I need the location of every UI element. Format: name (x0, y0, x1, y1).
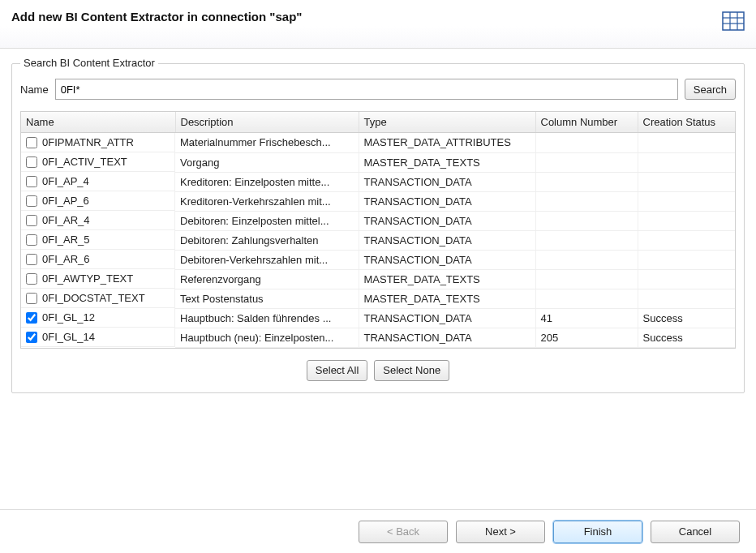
row-checkbox[interactable] (26, 273, 37, 285)
row-column-number (535, 133, 638, 153)
wizard-footer: < Back Next > Finish Cancel (0, 509, 756, 553)
table-row[interactable]: 0FIPMATNR_ATTRMaterialnummer Frischebesc… (21, 133, 735, 153)
row-description: Text Postenstatus (175, 289, 359, 308)
row-creation-status (638, 211, 735, 230)
row-creation-status: Success (638, 328, 735, 347)
row-creation-status (638, 230, 735, 250)
row-creation-status (638, 152, 735, 172)
row-name: 0FI_AR_6 (42, 253, 90, 265)
row-name: 0FI_AWTYP_TEXT (42, 272, 133, 285)
row-column-number (535, 211, 638, 230)
table-row[interactable]: 0FI_GL_12Hauptbuch: Salden führendes ...… (21, 308, 735, 328)
row-column-number (535, 172, 638, 191)
col-header-creation-status[interactable]: Creation Status (638, 112, 735, 133)
select-none-button[interactable]: Select None (374, 360, 449, 381)
row-checkbox[interactable] (26, 332, 37, 343)
table-icon (722, 10, 745, 32)
row-type: TRANSACTION_DATA (359, 191, 535, 211)
table-row[interactable]: 0FI_GL_14Hauptbuch (neu): Einzelposten..… (21, 328, 735, 347)
dialog-title: Add new BI Content Extractor in connecti… (11, 10, 302, 24)
svg-rect-0 (723, 12, 744, 30)
row-type: TRANSACTION_DATA (359, 308, 535, 328)
row-type: TRANSACTION_DATA (359, 230, 535, 250)
row-checkbox[interactable] (26, 195, 37, 207)
col-header-description[interactable]: Description (175, 112, 359, 133)
row-checkbox[interactable] (26, 156, 37, 168)
row-type: TRANSACTION_DATA (359, 211, 535, 230)
row-type: MASTER_DATA_ATTRIBUTES (359, 133, 535, 153)
row-column-number: 205 (535, 328, 638, 347)
table-row[interactable]: 0FI_DOCSTAT_TEXTText PostenstatusMASTER_… (21, 289, 735, 308)
row-column-number: 41 (535, 308, 638, 328)
col-header-type[interactable]: Type (359, 112, 535, 133)
row-checkbox[interactable] (26, 312, 37, 324)
row-name: 0FI_AR_4 (42, 214, 90, 226)
table-row[interactable]: 0FI_AR_6Debitoren-Verkehrszahlen mit...T… (21, 250, 735, 269)
table-row[interactable]: 0FI_AR_4Debitoren: Einzelposten mittel..… (21, 211, 735, 230)
row-column-number (535, 152, 638, 172)
select-all-button[interactable]: Select All (307, 360, 367, 381)
row-creation-status: Success (638, 308, 735, 328)
row-name: 0FI_AP_4 (42, 175, 89, 187)
row-checkbox[interactable] (26, 293, 37, 304)
row-description: Hauptbuch: Salden führendes ... (175, 308, 359, 328)
row-checkbox[interactable] (26, 234, 37, 246)
row-type: MASTER_DATA_TEXTS (359, 152, 535, 172)
row-checkbox[interactable] (26, 137, 37, 148)
cancel-button[interactable]: Cancel (651, 521, 740, 543)
row-type: TRANSACTION_DATA (359, 250, 535, 269)
row-type: TRANSACTION_DATA (359, 172, 535, 191)
search-group: Search BI Content Extractor Name Search … (11, 63, 745, 393)
row-column-number (535, 191, 638, 211)
row-description: Debitoren: Einzelposten mittel... (175, 211, 359, 230)
next-button[interactable]: Next > (456, 521, 545, 543)
row-description: Referenzvorgang (175, 269, 359, 289)
finish-button[interactable]: Finish (553, 521, 642, 543)
row-name: 0FI_ACTIV_TEXT (42, 156, 127, 168)
name-input[interactable] (55, 79, 678, 100)
row-column-number (535, 289, 638, 308)
row-name: 0FIPMATNR_ATTR (42, 136, 134, 148)
row-name: 0FI_DOCSTAT_TEXT (42, 292, 145, 304)
row-column-number (535, 230, 638, 250)
back-button: < Back (359, 521, 448, 543)
row-checkbox[interactable] (26, 254, 37, 265)
row-description: Hauptbuch (neu): Einzelposten... (175, 328, 359, 347)
row-name: 0FI_GL_12 (42, 311, 95, 324)
table-row[interactable]: 0FI_AP_4Kreditoren: Einzelposten mitte..… (21, 172, 735, 191)
group-legend: Search BI Content Extractor (20, 57, 158, 69)
row-creation-status (638, 250, 735, 269)
col-header-column-number[interactable]: Column Number (535, 112, 638, 133)
table-row[interactable]: 0FI_AR_5Debitoren: ZahlungsverhaltenTRAN… (21, 230, 735, 250)
row-creation-status (638, 133, 735, 153)
row-creation-status (638, 191, 735, 211)
row-creation-status (638, 289, 735, 308)
row-column-number (535, 269, 638, 289)
col-header-name[interactable]: Name (21, 112, 175, 133)
table-row[interactable]: 0FI_AP_6Kreditoren-Verkehrszahlen mit...… (21, 191, 735, 211)
row-type: TRANSACTION_DATA (359, 328, 535, 347)
row-name: 0FI_AR_5 (42, 234, 90, 246)
row-description: Debitoren: Zahlungsverhalten (175, 230, 359, 250)
name-label: Name (20, 84, 49, 96)
row-column-number (535, 250, 638, 269)
results-table: Name Description Type Column Number Crea… (20, 111, 736, 349)
row-description: Debitoren-Verkehrszahlen mit... (175, 250, 359, 269)
table-row[interactable]: 0FI_ACTIV_TEXTVorgangMASTER_DATA_TEXTS (21, 152, 735, 172)
row-description: Vorgang (175, 152, 359, 172)
table-row[interactable]: 0FI_AWTYP_TEXTReferenzvorgangMASTER_DATA… (21, 269, 735, 289)
row-name: 0FI_GL_14 (42, 331, 95, 343)
row-name: 0FI_AP_6 (42, 195, 89, 207)
row-description: Kreditoren-Verkehrszahlen mit... (175, 191, 359, 211)
row-checkbox[interactable] (26, 176, 37, 187)
row-type: MASTER_DATA_TEXTS (359, 289, 535, 308)
row-description: Materialnummer Frischebesch... (175, 133, 359, 153)
search-button[interactable]: Search (685, 79, 736, 100)
row-type: MASTER_DATA_TEXTS (359, 269, 535, 289)
row-description: Kreditoren: Einzelposten mitte... (175, 172, 359, 191)
row-checkbox[interactable] (26, 215, 37, 226)
row-creation-status (638, 172, 735, 191)
row-creation-status (638, 269, 735, 289)
